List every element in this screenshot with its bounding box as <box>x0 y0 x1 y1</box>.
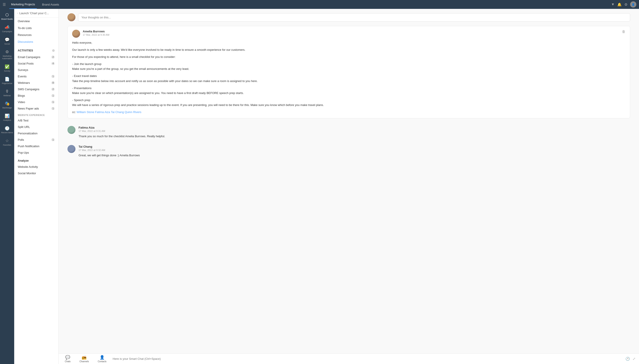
bottom-bar-right-icons: 🕐 ⤢ <box>625 357 635 361</box>
sidebar-item-label: Analytics <box>3 119 11 122</box>
sidebar-item-marketing-automation[interactable]: ⚙ Marketing Automation <box>0 48 14 62</box>
reply-avatar-tai <box>68 145 76 153</box>
nav-personalization[interactable]: Personalization <box>14 130 58 136</box>
marketing-automation-icon: ⚙ <box>5 50 9 54</box>
comment-author-avatar <box>72 30 80 38</box>
nav-push-notification[interactable]: Push Notification <box>14 143 58 150</box>
comment-card-1: Amelia Burrows 17 Mar, 2022 at 9:30 AM 🗑… <box>68 26 630 118</box>
nav-resources[interactable]: Resources <box>14 32 58 38</box>
nav-discussions[interactable]: Discussions <box>14 38 58 45</box>
nav-polls[interactable]: Polls 1 <box>14 136 58 143</box>
sidebar-item-label: Campaigns <box>2 30 12 33</box>
bullet-text-2: Take the prep timeline below into accoun… <box>72 79 625 84</box>
sidebar-item-campaigns[interactable]: 📣 Campaigns <box>0 23 14 34</box>
nav-email-campaigns[interactable]: Email Campaigns 2 <box>14 54 58 60</box>
nav-pop-ups[interactable]: Pop-Ups <box>14 150 58 156</box>
sidebar-item-favorites[interactable]: ☆ Favorites <box>0 136 14 148</box>
expand-icon[interactable]: ⤢ <box>632 357 635 361</box>
tab-brand-assets[interactable]: Brand Assets <box>40 0 61 9</box>
bullet-text-4: We will have a series of rigorous prep a… <box>72 103 625 108</box>
activities-section-header: Activities ⊕ <box>14 45 58 54</box>
sidebar-item-label: Recent Items <box>1 132 13 134</box>
nav-todo-lists[interactable]: To-do Lists <box>14 24 58 32</box>
bullet-1: - Join the launch group Make sure you're… <box>72 62 625 72</box>
bullet-title-1: - Join the launch group <box>72 62 625 66</box>
discussions-container: Amelia Burrows 17 Mar, 2022 at 9:30 AM 🗑… <box>59 9 639 353</box>
nav-blogs[interactable]: Blogs 1 <box>14 92 58 99</box>
add-activity-icon[interactable]: ⊕ <box>52 48 55 52</box>
nav-video[interactable]: Video 1 <box>14 99 58 105</box>
reply-link-1[interactable]: Amelia Burrows <box>125 134 145 138</box>
favorites-icon: ☆ <box>5 138 9 143</box>
cc-link-tai[interactable]: Tai Chang <box>111 110 124 114</box>
reply-link-2[interactable]: Amelia Burrows <box>120 154 140 157</box>
nav-surveys[interactable]: Surveys <box>14 67 58 73</box>
sidebar-item-social[interactable]: 💬 Social <box>0 36 14 47</box>
comment-line-3: For those of you expecting to attend, he… <box>72 54 625 60</box>
comment-input-row <box>68 13 630 22</box>
notification-icon[interactable]: 🔔 <box>617 2 622 7</box>
bullet-text-3: Make sure you're clear on which presenta… <box>72 91 625 96</box>
clock-icon[interactable]: 🕐 <box>625 357 630 361</box>
cc-row: cc: William Stone Fatima Aiza Tai Chang … <box>72 110 625 114</box>
back-nav[interactable]: ‹ Launch 'Chart your C... <box>14 9 58 18</box>
user-avatar[interactable]: 👤 <box>630 1 636 8</box>
nav-overview[interactable]: Overview <box>14 18 58 24</box>
contacts-icon: 👤 <box>100 355 105 360</box>
reply-text-prefix-2: Great, we will get things done :) <box>79 154 120 157</box>
nav-social-monitor[interactable]: Social Monitor <box>14 170 58 176</box>
cc-link-quinn[interactable]: Quinn Rivers <box>125 110 141 114</box>
cc-label: cc: <box>72 110 76 114</box>
smart-chat-input[interactable] <box>113 357 622 360</box>
sidebar-item-recent-items[interactable]: 🕐 Recent Items <box>0 124 14 136</box>
back-chevron-icon: ‹ <box>17 12 18 14</box>
delete-comment-icon[interactable]: 🗑 <box>622 30 625 34</box>
nav-sms-campaigns[interactable]: SMS Campaigns 2 <box>14 86 58 92</box>
nav-events[interactable]: Events 1 <box>14 73 58 80</box>
bullet-title-4: - Speech prep <box>72 98 625 103</box>
settings-icon[interactable]: ⚙ <box>624 2 627 7</box>
nav-webinars[interactable]: Webinars 8 <box>14 80 58 86</box>
nav-social-posts[interactable]: Social Posts 4 <box>14 60 58 67</box>
comment-timestamp: 17 Mar, 2022 at 9:30 AM <box>83 34 619 36</box>
bottom-chats[interactable]: 💬 Chats <box>62 354 73 364</box>
nav-ab-test[interactable]: A/B Test <box>14 117 58 124</box>
sidebar-item-label: Survey <box>4 70 10 72</box>
hamburger-icon[interactable]: ☰ <box>3 2 6 7</box>
sidebar-item-label: Webinar <box>3 94 11 97</box>
sidebar-item-label: Brand Studio <box>1 18 13 20</box>
sidebar-item-analytics[interactable]: 📊 Analytics <box>0 112 14 123</box>
sidebar-item-label: Backstage <box>3 107 12 109</box>
contacts-label: Contacts <box>98 360 106 363</box>
sidebar-item-brand-studio[interactable]: ⬡ Brand Studio <box>0 11 14 22</box>
website-experience-section-title: WEBSITE EXPERIENCE <box>14 112 58 117</box>
topbar: ☰ Marketing Projects Brand Assets ▼ 🔔 ⚙ … <box>0 0 639 9</box>
comment-line-1: Hello everyone, <box>72 40 625 45</box>
pagesense-icon: 📄 <box>5 77 10 82</box>
cc-link-william[interactable]: William Stone <box>77 110 94 114</box>
channels-label: Channels <box>79 360 89 363</box>
tab-marketing-projects[interactable]: Marketing Projects <box>9 0 37 9</box>
dropdown-icon[interactable]: ▼ <box>611 2 614 6</box>
nav-split-url[interactable]: Split URL <box>14 124 58 130</box>
nav-website-activity[interactable]: Website Activity <box>14 164 58 170</box>
webinar-icon: 🎙 <box>5 89 9 94</box>
sidebar-item-pagesense[interactable]: 📄 PageSense <box>0 75 14 86</box>
reply-author-1: Fatima Aiza <box>79 126 630 129</box>
cc-link-fatima[interactable]: Fatima Aiza <box>95 110 110 114</box>
survey-icon: ✅ <box>5 64 10 69</box>
bottom-contacts[interactable]: 👤 Contacts <box>95 354 109 364</box>
icon-sidebar: ⬡ Brand Studio 📣 Campaigns 💬 Social ⚙ Ma… <box>0 9 14 364</box>
reply-text-2: Great, we will get things done :) Amelia… <box>79 153 630 158</box>
nav-newspaper-ads[interactable]: News Paper ads 1 <box>14 105 58 112</box>
sidebar-item-survey[interactable]: ✅ Survey <box>0 62 14 74</box>
reply-text-suffix-1: . Really helpful. <box>145 134 165 138</box>
sidebar-item-webinar[interactable]: 🎙 Webinar <box>0 87 14 99</box>
bullet-2: - Exact travel dates Take the prep timel… <box>72 74 625 83</box>
bottom-channels[interactable]: 📻 Channels <box>77 354 91 364</box>
reply-card-1: Fatima Aiza 17 Mar, 2022 at 9:31 AM Than… <box>68 123 630 142</box>
reply-author-2: Tai Chang <box>79 145 630 148</box>
comment-input[interactable] <box>78 13 630 22</box>
sidebar-item-backstage[interactable]: 🎭 Backstage <box>0 99 14 111</box>
sidebar-item-label: Favorites <box>3 144 11 146</box>
